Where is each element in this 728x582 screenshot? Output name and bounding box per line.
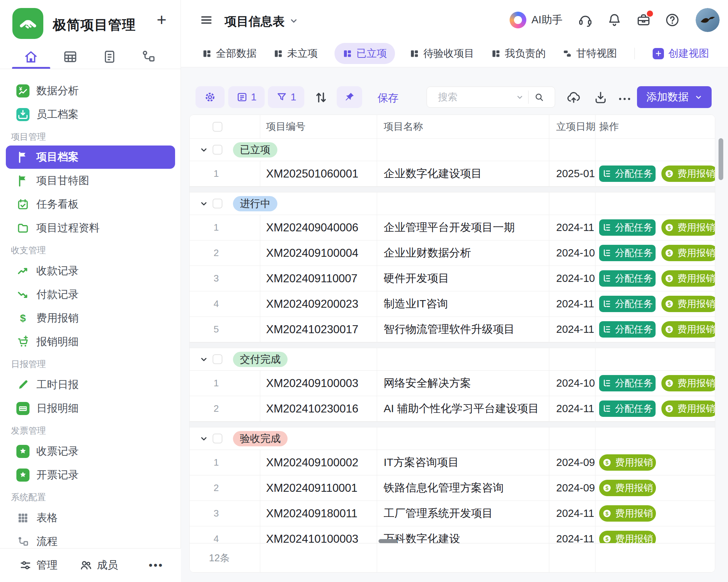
ai-assistant-button[interactable]: AI助手 [510, 10, 562, 30]
sidebar-item-员工档案[interactable]: 员工档案 [0, 103, 181, 126]
group-select-checkbox[interactable] [213, 145, 222, 155]
vertical-scrollbar[interactable] [719, 138, 723, 180]
column-header-project-id[interactable]: 项目编号 [260, 115, 377, 138]
assign-task-button[interactable]: 分配任务 [599, 400, 656, 417]
sidebar-item-工时日报[interactable]: 工时日报 [0, 373, 181, 396]
sidebar-tab-home[interactable] [22, 48, 40, 65]
table-row[interactable]: 5XM202410230017智行物流管理软件升级项目2024-11分配任务$费… [190, 317, 715, 342]
sidebar-tab-docs[interactable] [101, 48, 118, 65]
view-tab-label: 全部数据 [216, 47, 257, 60]
assign-task-button[interactable]: 分配任务 [599, 375, 656, 391]
assign-task-button[interactable]: 分配任务 [599, 166, 656, 182]
horizontal-scrollbar[interactable] [379, 539, 397, 543]
assign-task-button[interactable]: 分配任务 [599, 270, 656, 287]
notifications-bell-icon[interactable] [606, 12, 622, 28]
user-avatar[interactable] [696, 8, 720, 32]
sidebar-item-任务看板[interactable]: 任务看板 [0, 192, 181, 216]
sidebar-more-button[interactable]: ••• [149, 559, 163, 571]
settings-button[interactable] [195, 86, 225, 108]
sidebar-tab-tables[interactable] [62, 48, 79, 65]
sidebar-item-数据分析[interactable]: ¥数据分析 [0, 79, 181, 103]
add-data-button[interactable]: 添加数据 [637, 86, 712, 108]
title-chevron-down-icon[interactable] [288, 15, 299, 26]
sidebar-item-费用报销[interactable]: $费用报销 [0, 306, 181, 330]
group-collapse-chevron-icon[interactable] [199, 199, 209, 208]
expense-report-button[interactable]: $费用报销 [661, 375, 715, 391]
search-scope-chevron-icon[interactable] [515, 92, 525, 102]
sidebar-item-日报明细[interactable]: 日报明细 [0, 396, 181, 420]
table-row[interactable]: 4XM202409200023制造业IT咨询2024-11分配任务$费用报销 [190, 291, 715, 317]
expense-report-button[interactable]: $费用报销 [661, 296, 715, 312]
sidebar-tab-flows[interactable] [140, 48, 157, 65]
add-app-button[interactable]: + [151, 9, 172, 30]
assign-task-button[interactable]: 分配任务 [599, 296, 656, 312]
expense-report-button[interactable]: $费用报销 [599, 480, 656, 496]
view-tab-已立项[interactable]: 已立项 [335, 43, 395, 64]
group-select-checkbox[interactable] [213, 199, 222, 208]
sidebar-item-收款记录[interactable]: 收款记录 [0, 259, 181, 283]
column-header-project-name[interactable]: 项目名称 [377, 115, 549, 138]
view-tab-全部数据[interactable]: 全部数据 [202, 47, 257, 60]
table-row[interactable]: 2XM202409110001铁路信息化管理方案咨询2024-09$费用报销 [190, 475, 715, 501]
assign-task-button[interactable]: 分配任务 [599, 245, 656, 261]
assign-task-button[interactable]: 分配任务 [599, 219, 656, 236]
menu-toggle-button[interactable] [198, 11, 215, 29]
sidebar-item-报销明细[interactable]: 报销明细 [0, 330, 181, 354]
view-tab-未立项[interactable]: 未立项 [273, 47, 318, 60]
cell-date: 2024-11 [556, 507, 594, 519]
table-row[interactable]: 1XM202409100003网络安全解决方案2024-10分配任务$费用报销 [190, 371, 715, 396]
search-input[interactable] [437, 91, 515, 103]
table-row[interactable]: 1XM202409100002IT方案咨询项目2024-09$费用报销 [190, 450, 715, 475]
sidebar-item-表格[interactable]: 表格 [0, 506, 181, 530]
import-upload-icon[interactable] [566, 90, 581, 105]
save-button[interactable]: 保存 [377, 91, 399, 105]
filter-button[interactable]: 1 [268, 86, 304, 108]
support-headset-icon[interactable] [577, 12, 593, 28]
sidebar-item-付款记录[interactable]: 付款记录 [0, 283, 181, 306]
expense-report-button[interactable]: $费用报销 [599, 505, 656, 522]
expense-report-button[interactable]: $费用报销 [661, 219, 715, 236]
fields-config-button[interactable]: 1 [228, 86, 265, 108]
sidebar-item-开票记录[interactable]: 开票记录 [0, 463, 181, 487]
export-download-icon[interactable] [593, 90, 608, 105]
sidebar-item-项目过程资料[interactable]: 项目过程资料 [0, 216, 181, 240]
view-tab-甘特视图[interactable]: 甘特视图 [562, 47, 617, 60]
sidebar-item-流程[interactable]: 流程 [0, 530, 181, 549]
sidebar-item-项目甘特图[interactable]: 项目甘特图 [0, 169, 181, 192]
expense-report-button[interactable]: $费用报销 [661, 270, 715, 287]
manage-button[interactable]: 管理 [19, 558, 58, 573]
workbench-briefcase-icon[interactable] [636, 12, 652, 28]
table-footer: 12条 [190, 543, 715, 572]
table-row[interactable]: 2XM202410230016AI 辅助个性化学习平台建设项目2024-11分配… [190, 396, 715, 422]
expense-report-button[interactable]: $费用报销 [661, 166, 715, 182]
table-row[interactable]: 2XM202409100004企业业财数据分析2024-10分配任务$费用报销 [190, 240, 715, 266]
group-select-checkbox[interactable] [213, 354, 222, 364]
group-collapse-chevron-icon[interactable] [199, 145, 209, 155]
expense-report-button[interactable]: $费用报销 [661, 245, 715, 261]
table-row[interactable]: 1XM202501060001企业数字化建设项目2025-01分配任务$费用报销 [190, 161, 715, 187]
more-actions-icon[interactable] [617, 91, 632, 107]
expense-report-button[interactable]: $费用报销 [599, 454, 656, 471]
group-select-checkbox[interactable] [213, 434, 222, 443]
expense-report-button[interactable]: $费用报销 [661, 321, 715, 338]
sort-button[interactable] [313, 89, 329, 105]
search-icon[interactable] [534, 92, 545, 103]
pin-button[interactable] [337, 86, 362, 108]
group-collapse-chevron-icon[interactable] [199, 434, 209, 443]
expense-report-button[interactable]: $费用报销 [661, 400, 715, 417]
members-button[interactable]: 成员 [79, 558, 118, 573]
table-row[interactable]: 3XM202409180011工厂管理系统开发项目2024-11$费用报销 [190, 501, 715, 526]
column-header-date[interactable]: 立项日期 [549, 115, 596, 138]
group-collapse-chevron-icon[interactable] [199, 355, 209, 364]
create-view-button[interactable]: 创建视图 [653, 47, 709, 60]
sidebar-item-收票记录[interactable]: 收票记录 [0, 439, 181, 463]
view-tab-待验收项目[interactable]: 待验收项目 [410, 47, 474, 60]
assign-task-button[interactable]: 分配任务 [599, 321, 656, 338]
select-all-checkbox[interactable] [213, 122, 222, 132]
gear-icon [204, 91, 216, 103]
help-icon[interactable] [664, 12, 680, 28]
sidebar-item-项目档案[interactable]: 项目档案 [6, 146, 175, 169]
table-row[interactable]: 3XM202409110007硬件开发项目2024-10分配任务$费用报销 [190, 266, 715, 291]
view-tab-我负责的[interactable]: 我负责的 [491, 47, 546, 60]
table-row[interactable]: 1XM202409040006企业管理平台开发项目一期2024-11分配任务$费… [190, 215, 715, 240]
